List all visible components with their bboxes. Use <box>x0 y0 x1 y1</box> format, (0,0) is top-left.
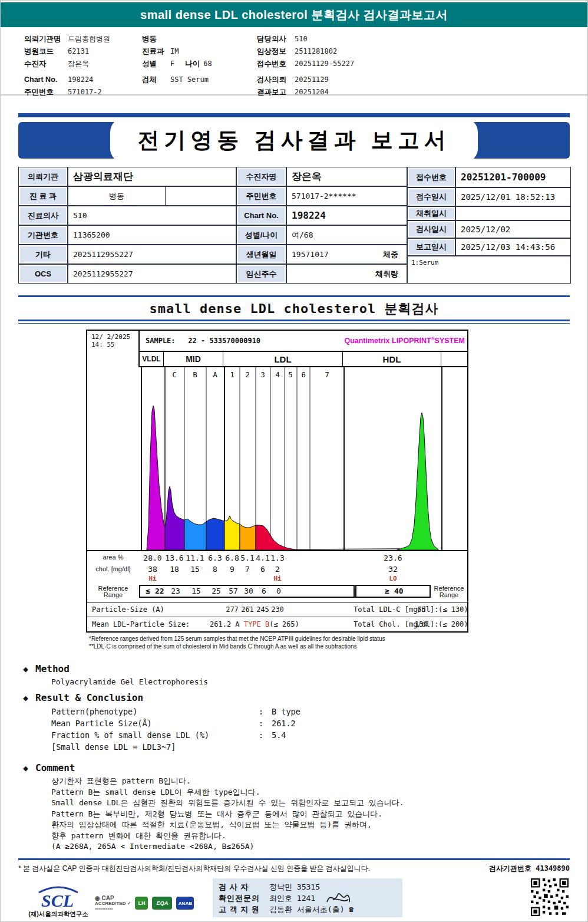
result-heading: ◆Result & Conclusion <box>36 692 587 703</box>
field-row: 성별F나이68 <box>142 58 257 70</box>
field-row: 담당의사510 <box>257 33 504 45</box>
banner-top-line <box>18 113 570 117</box>
org-number: 검사기관번호 41349890 <box>489 864 570 874</box>
cell-label: 기타 <box>18 245 68 264</box>
cell-label: 수진자명 <box>236 167 286 186</box>
ref-value: ≤ 22 <box>146 587 164 595</box>
field-row: 결과보고20251204 <box>257 86 504 98</box>
qr-code <box>531 878 569 916</box>
cell-label: 검사일시 <box>407 220 455 238</box>
area-row: area % 28.0 13.6 11.1 6.3 6.8 5.1 4.1 1.… <box>87 551 467 564</box>
cell-label: 주민번호 <box>236 186 286 206</box>
cell-value: 채취량 <box>286 264 407 284</box>
scl-logo-icon: SCL <box>26 885 91 909</box>
personnel-row: 검 사 자정낙민 35315 <box>219 881 397 893</box>
ref-value: 23 <box>171 587 180 595</box>
personnel-box: 검 사 자정낙민 35315 확인전문의최인호 1241 고 객 지 원김동환 … <box>213 878 402 917</box>
banner-right-block <box>470 122 570 159</box>
field-value: 571017-2 <box>68 86 102 98</box>
cell-value: 장은옥 <box>286 167 407 186</box>
chol-row-label: chol. [mg/dl] <box>95 566 130 572</box>
method-section: ◆Method Polyacrylamide Gel Electrophores… <box>36 663 587 687</box>
cell-value: 20251201-700009 <box>455 167 571 187</box>
peak-hdl-green <box>397 413 438 550</box>
flags-row: Hi Hi LO <box>87 575 467 583</box>
lh-logo-icon: LH <box>135 897 148 910</box>
cell-value: 2025112955227 <box>68 245 236 264</box>
area-value: 13.6 <box>165 554 183 562</box>
field-row: 병원코드62131 <box>24 45 142 58</box>
peak-vldl-magenta <box>147 406 165 550</box>
total-ldl-value: 65 <box>417 605 425 614</box>
electrophoresis-curve: CBA 123 456 7 <box>141 367 442 550</box>
field-label: 의뢰기관명 <box>24 33 68 45</box>
footnote-1: *Reference ranges derived from 125 serum… <box>89 635 587 643</box>
accreditation-row: * 본 검사실은 CAP 인증과 대한진단검사의학회/진단검사의학재단의 우수검… <box>18 864 570 874</box>
field-label: 담당의사 <box>257 33 295 45</box>
cell-label: 진 료 과 <box>18 186 68 206</box>
chol-value: 2 <box>275 565 280 574</box>
svg-text:SCL: SCL <box>41 891 74 909</box>
cell-label: 임신주수 <box>236 264 286 284</box>
field-value: 20251129-55227 <box>295 58 354 70</box>
patient-header-col2: 병동 진료과IM 성별F나이68 검체SST Serum <box>142 33 257 90</box>
reference-box-hdl: ≥ 40 <box>355 585 431 598</box>
result-value: 261.2 <box>272 717 296 729</box>
cell-label: Chart No. <box>236 206 286 225</box>
band-mid: MID <box>164 352 223 367</box>
particle-value: 277 <box>226 605 239 614</box>
svg-text:2: 2 <box>245 371 249 379</box>
chart-band-header: VLDL MID LDL HDL <box>87 352 467 367</box>
particle-value: 261 <box>241 605 254 614</box>
method-heading: ◆Method <box>36 663 587 674</box>
diamond-icon: ◆ <box>23 693 28 703</box>
chol-value: 7 <box>245 565 250 574</box>
field-row: 검체SST Serum <box>142 74 257 86</box>
method-body: Polyacrylamide Gel Electrophoresis <box>51 677 587 687</box>
chol-value: 15 <box>190 565 200 574</box>
svg-text:5: 5 <box>288 371 292 379</box>
info-table-mid: 수진자명장은옥 주민번호571017-2****** Chart No.1982… <box>236 167 407 284</box>
field-label: 임상정보 <box>257 45 295 58</box>
signature-icon <box>325 889 352 907</box>
svg-text:6: 6 <box>301 371 305 379</box>
area-row-label: area % <box>103 554 124 561</box>
chart-time: 14: 55 <box>91 341 138 348</box>
field-label: 검사의뢰 <box>257 74 295 86</box>
mean-size-label: Mean LDL-Particle Size: <box>92 620 190 628</box>
peak-ldl1-yellow <box>224 516 240 550</box>
comment-line: 환자의 임상상태에 따른 적절한 치료(운동요법, 식이요법 또는 약물요법 등… <box>51 819 587 831</box>
hi-flag: Hi <box>148 575 156 582</box>
chol-row: chol. [mg/dl] 38 18 15 8 9 7 6 2 32 <box>87 564 467 575</box>
section-title-block: small dense LDL cholesterol 분획검사 <box>18 295 570 324</box>
cell-value: 2025/12/02 <box>455 220 571 238</box>
cell-value: 병동 <box>68 186 236 206</box>
ref-value: 15 <box>191 587 201 595</box>
field-value: 20251129 <box>295 74 329 86</box>
cell-value: 571017-2****** <box>286 186 407 206</box>
area-value-hdl: 23.6 <box>384 554 402 562</box>
cap-accredited-icon: ◉ CAP ACCREDITED ✓ ■■■■■■■■■■ <box>95 896 131 911</box>
ref-value: 6 <box>262 587 266 595</box>
field-label: 병원코드 <box>24 45 68 58</box>
field-row: 검사의뢰20251129 <box>257 74 504 86</box>
sample-id: SAMPLE: 22 - 533570000910 <box>146 337 260 345</box>
chol-value-hdl: 32 <box>388 565 398 574</box>
comment-line: Pattern B는 복부비만, 제2형 당뇨병 또는 대사 증후군 등에서 많… <box>51 809 587 820</box>
particle-value: 230 <box>271 605 284 614</box>
cell-value: 19571017체중 <box>286 245 407 264</box>
peak-ldl3-red <box>256 525 295 550</box>
comment-line: 상기환자 표현형은 pattern B입니다. <box>51 776 587 787</box>
area-value: 28.0 <box>143 554 161 562</box>
lipoprint-brand: Quantimetrix LIPOPRINT®SYSTEM <box>344 336 465 345</box>
chol-value: 18 <box>170 565 179 574</box>
svg-text:B: B <box>193 371 197 379</box>
lo-flag: LO <box>389 575 397 582</box>
accreditation-text: * 본 검사실은 CAP 인증과 대한진단검사의학회/진단검사의학재단의 우수검… <box>18 864 370 874</box>
field-row: 수진자장은옥 <box>24 58 142 70</box>
sub-band-labels: CBA 123 456 7 <box>172 371 329 379</box>
peak-midb-lightblue <box>184 519 206 550</box>
ref-value-hdl: ≥ 40 <box>385 587 403 595</box>
section-title: small dense LDL cholesterol 분획검사 <box>18 297 570 320</box>
svg-text:4: 4 <box>275 371 279 379</box>
